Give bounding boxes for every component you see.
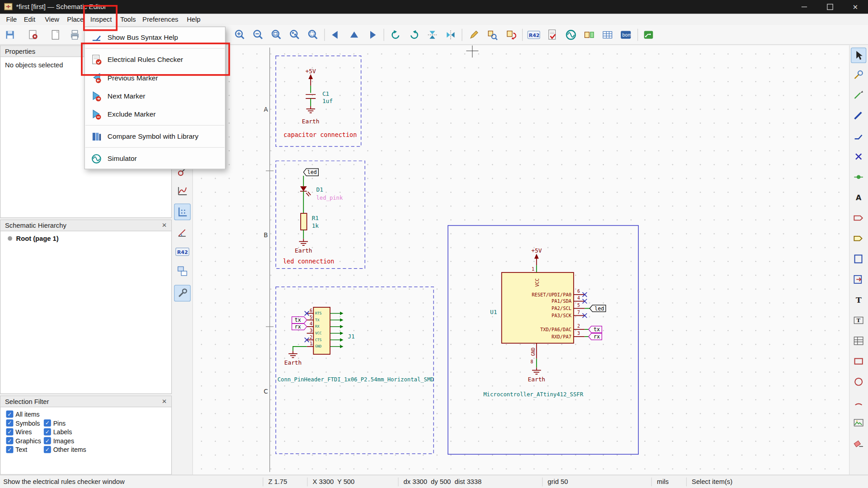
highlight-net-button[interactable] bbox=[851, 67, 866, 82]
mcu-rx-label[interactable]: rx bbox=[589, 333, 602, 340]
maximize-button[interactable] bbox=[817, 0, 842, 14]
fields-table-side-button[interactable] bbox=[851, 333, 866, 348]
mirror-h-button[interactable] bbox=[442, 27, 459, 43]
led-global-label[interactable]: led bbox=[303, 169, 318, 176]
save-button[interactable] bbox=[2, 27, 19, 43]
checkbox-checked-icon[interactable]: ✓ bbox=[44, 428, 51, 436]
checkbox-checked-icon[interactable]: ✓ bbox=[44, 437, 51, 444]
rotate-cw-button[interactable] bbox=[406, 27, 422, 43]
led-block[interactable]: led D1 led_pink R1 1k bbox=[276, 161, 365, 268]
checkbox-checked-icon[interactable]: ✓ bbox=[44, 419, 51, 427]
menu-file[interactable]: File bbox=[3, 15, 19, 24]
connector-j1[interactable]: 6 5 4 3 2 1 RTS TX RX VCC CTS GND J1 bbox=[307, 307, 355, 354]
zoom-out-button[interactable] bbox=[250, 27, 267, 43]
erc-button[interactable] bbox=[544, 27, 561, 43]
filter-text[interactable]: ✓Text bbox=[6, 446, 27, 453]
rx-label[interactable]: rx bbox=[292, 324, 307, 330]
global-label-button[interactable] bbox=[851, 210, 866, 225]
filter-pins[interactable]: ✓Pins bbox=[44, 419, 66, 427]
capacitor-caption[interactable]: capacitor connection bbox=[283, 131, 357, 138]
capacitor-c1[interactable]: C1 1uf bbox=[306, 90, 333, 104]
schematic-canvas[interactable]: A B C +5V C1 1uf bbox=[193, 45, 849, 474]
assign-footprints-button[interactable] bbox=[581, 27, 598, 43]
simulator-button[interactable] bbox=[562, 27, 579, 43]
checkbox-checked-icon[interactable]: ✓ bbox=[6, 411, 13, 418]
filter-other-items[interactable]: ✓Other items bbox=[44, 446, 86, 453]
arc-tool-button[interactable] bbox=[851, 394, 866, 410]
checkbox-checked-icon[interactable]: ✓ bbox=[44, 446, 51, 453]
hierarchical-sheet-button[interactable] bbox=[851, 251, 866, 267]
hierarchical-label-button[interactable] bbox=[851, 231, 866, 246]
led-caption[interactable]: led connection bbox=[283, 258, 334, 265]
checkbox-checked-icon[interactable]: ✓ bbox=[6, 428, 13, 436]
rectangle-tool-button[interactable] bbox=[851, 353, 866, 369]
menu-edit[interactable]: Edit bbox=[21, 15, 38, 24]
annotate-button[interactable]: R42 bbox=[525, 27, 542, 43]
draw-wire-button[interactable] bbox=[851, 87, 866, 103]
menu-tools[interactable]: Tools bbox=[118, 15, 139, 24]
zoom-in-button[interactable] bbox=[231, 27, 248, 43]
mcu-u1[interactable]: VCC U1 RESET/UPDI/PA0 PA1/SDA PA2/SCL PA… bbox=[490, 272, 585, 364]
update-symbols-button[interactable] bbox=[503, 27, 519, 43]
zoom-objects-button[interactable] bbox=[287, 27, 303, 43]
draw-bus-button[interactable] bbox=[851, 108, 866, 123]
ftdi-caption[interactable]: Conn_PinHeader_FTDI_1x06_P2.54mm_Horizon… bbox=[278, 376, 434, 383]
menu-preferences[interactable]: Preferences bbox=[140, 15, 181, 24]
mirror-v-button[interactable] bbox=[424, 27, 441, 43]
junction-button[interactable] bbox=[851, 169, 866, 185]
filter-wires[interactable]: ✓Wires bbox=[6, 428, 32, 436]
ftdi-block[interactable]: 6 5 4 3 2 1 RTS TX RX VCC CTS GND J1 bbox=[276, 287, 434, 454]
filter-all-items[interactable]: ✓All items bbox=[6, 411, 39, 418]
checkbox-checked-icon[interactable]: ✓ bbox=[6, 446, 13, 453]
menu-item-next-marker[interactable]: Next Marker bbox=[85, 87, 225, 105]
grid-toggle-button[interactable] bbox=[174, 204, 191, 221]
bus-entry-button[interactable] bbox=[851, 128, 866, 144]
no-connect-button[interactable] bbox=[851, 149, 866, 164]
properties-toggle-button[interactable] bbox=[174, 285, 191, 302]
capacitor-block[interactable]: +5V C1 1uf Earth capacitor connection bbox=[276, 56, 361, 147]
checkbox-checked-icon[interactable]: ✓ bbox=[6, 419, 13, 427]
mcu-block[interactable]: +5V 1 VCC U1 RESET/UPDI/PA0 PA1/SDA PA2/… bbox=[448, 225, 638, 454]
status-units[interactable]: mils bbox=[657, 478, 669, 486]
hierarchy-close-icon[interactable]: ✕ bbox=[162, 222, 167, 228]
menu-item-compare-symbol-with-library[interactable]: Compare Symbol with Library bbox=[85, 127, 225, 145]
hierarchy-navigator-button[interactable] bbox=[174, 263, 191, 280]
filter-graphics[interactable]: ✓Graphics bbox=[6, 437, 41, 444]
text-tool-button[interactable]: T bbox=[851, 292, 866, 308]
menu-help[interactable]: Help bbox=[184, 15, 203, 24]
rotate-ccw-button[interactable] bbox=[387, 27, 404, 43]
resistor-r1[interactable]: R1 1k bbox=[301, 213, 319, 230]
filter-labels[interactable]: ✓Labels bbox=[44, 428, 72, 436]
mcu-led-label[interactable]: led bbox=[590, 305, 606, 312]
page-settings-button[interactable] bbox=[47, 27, 64, 43]
hierarchy-root-item[interactable]: Root (page 1) bbox=[16, 235, 59, 242]
fields-table-button[interactable] bbox=[599, 27, 616, 43]
status-grid[interactable]: grid 50 bbox=[547, 478, 568, 486]
filter-images[interactable]: ✓Images bbox=[44, 437, 74, 444]
menu-item-exclude-marker[interactable]: Exclude Marker bbox=[85, 105, 225, 123]
select-tool-button[interactable] bbox=[851, 47, 866, 63]
schematic-setup-button[interactable] bbox=[25, 27, 42, 43]
mcu-tx-label[interactable]: tx bbox=[589, 326, 602, 333]
annotate-side-button[interactable]: R42 bbox=[174, 244, 191, 260]
textbox-tool-button[interactable]: T bbox=[851, 313, 866, 328]
symbol-checker-button[interactable] bbox=[484, 27, 500, 43]
sim-plot-button[interactable] bbox=[174, 183, 191, 199]
open-pcb-editor-button[interactable] bbox=[640, 27, 657, 43]
delete-tool-button[interactable] bbox=[851, 436, 866, 451]
circle-tool-button[interactable] bbox=[851, 374, 866, 389]
menu-item-simulator[interactable]: Simulator bbox=[85, 150, 225, 168]
zoom-selection-button[interactable] bbox=[305, 27, 321, 43]
nav-forward-button[interactable] bbox=[364, 27, 381, 43]
filter-symbols[interactable]: ✓Symbols bbox=[6, 419, 40, 427]
print-button[interactable] bbox=[66, 27, 83, 43]
selection-filter-close-icon[interactable]: ✕ bbox=[162, 399, 167, 404]
zoom-fit-button[interactable] bbox=[268, 27, 285, 43]
nav-up-button[interactable] bbox=[346, 27, 363, 43]
minimize-button[interactable] bbox=[792, 0, 817, 14]
net-label-button[interactable]: A bbox=[851, 190, 866, 205]
free-angle-button[interactable] bbox=[174, 224, 191, 241]
bom-button[interactable]: bom bbox=[618, 27, 634, 43]
mcu-caption[interactable]: Microcontroller_ATtiny412_SSFR bbox=[483, 391, 583, 398]
image-tool-button[interactable] bbox=[851, 415, 866, 430]
